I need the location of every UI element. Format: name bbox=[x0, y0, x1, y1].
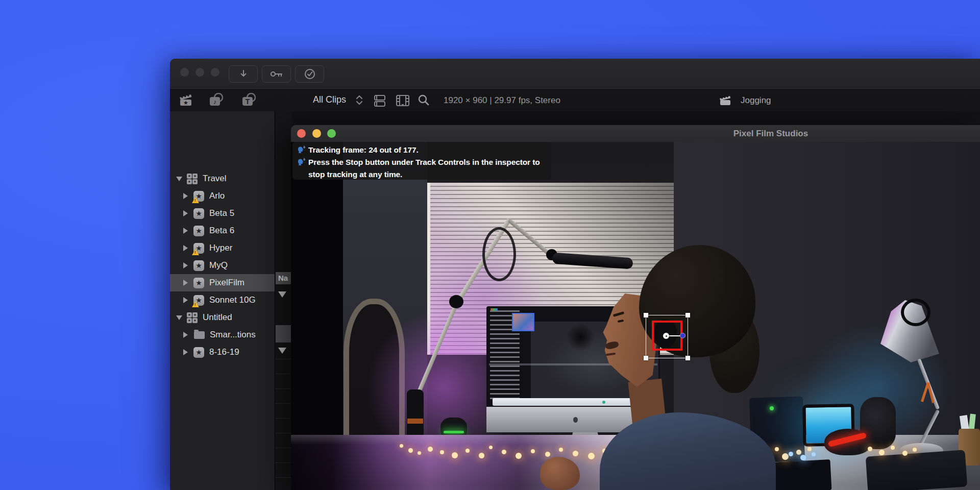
disclosure-triangle-icon[interactable] bbox=[183, 210, 188, 216]
sidebar-item-beta-6[interactable]: ★Beta 6 bbox=[170, 222, 275, 239]
sidebar-item-beta-5[interactable]: ★Beta 5 bbox=[170, 205, 275, 222]
main-titlebar[interactable] bbox=[170, 59, 980, 90]
disclosure-triangle-open-icon[interactable] bbox=[176, 177, 182, 181]
sidebar-item-myq[interactable]: ★MyQ bbox=[170, 257, 275, 274]
filmstrip-icon[interactable] bbox=[396, 94, 410, 107]
name-column-header[interactable]: Na bbox=[276, 272, 291, 284]
download-arrow-icon bbox=[238, 69, 249, 79]
search-icon[interactable] bbox=[418, 94, 430, 107]
sidebar-item-label: Beta 6 bbox=[209, 226, 234, 236]
svg-text:♪: ♪ bbox=[213, 98, 217, 106]
strip-selected-block bbox=[276, 325, 291, 342]
video-imac-thumbnail bbox=[512, 313, 534, 331]
clip-appearance-icon[interactable] bbox=[373, 94, 386, 107]
download-button[interactable] bbox=[229, 65, 258, 83]
library-icon: ★★★★ bbox=[187, 312, 198, 323]
key-button[interactable] bbox=[262, 65, 291, 83]
minimize-button-inactive[interactable] bbox=[195, 68, 204, 77]
fairy-light bbox=[573, 451, 578, 456]
viewer-window: Pixel Film Studios bbox=[291, 125, 980, 490]
disclosure-triangle-icon[interactable] bbox=[183, 332, 188, 338]
tracker-handle-nw[interactable] bbox=[644, 313, 648, 317]
warning-icon bbox=[192, 301, 199, 307]
video-bottle-label bbox=[407, 419, 423, 424]
blue-bokeh-light bbox=[789, 452, 793, 456]
disclosure-triangle-icon[interactable] bbox=[183, 228, 188, 234]
project-name-label[interactable]: Jogging bbox=[741, 95, 771, 106]
event-star-icon: ★ bbox=[193, 295, 204, 306]
disclosure-triangle-icon[interactable] bbox=[183, 349, 188, 355]
disclosure-triangle-open-icon[interactable] bbox=[176, 315, 182, 320]
fairy-light bbox=[775, 447, 779, 451]
sidebar-item-label: PixelFilm bbox=[209, 278, 244, 288]
video-boom-elbow-knob bbox=[449, 295, 463, 308]
tooltip-line-3: stop tracking at any time. bbox=[308, 169, 402, 180]
clapperboard-star-icon[interactable]: ★ bbox=[179, 93, 193, 107]
list-row-separator bbox=[275, 448, 291, 448]
close-button-inactive[interactable] bbox=[180, 68, 189, 77]
disclosure-triangle-icon[interactable] bbox=[183, 262, 188, 268]
fairy-light bbox=[902, 451, 908, 456]
project-clapper-icon bbox=[719, 94, 732, 107]
sidebar-item-arlo[interactable]: ★Arlo bbox=[170, 187, 275, 205]
tracker-rotation-handle[interactable] bbox=[680, 333, 685, 338]
tracker-handle-ne[interactable] bbox=[685, 313, 690, 317]
libraries-sidebar: ★★★★Travel★Arlo★Beta 5★Beta 6★Hyper★MyQ★… bbox=[170, 111, 275, 490]
photos-music-icon[interactable]: ♪ bbox=[209, 93, 224, 107]
sidebar-item-sonnet-10g[interactable]: ★Sonnet 10G bbox=[170, 291, 275, 309]
check-button[interactable] bbox=[295, 65, 324, 83]
desktop-background: ★ ♪ T All Clips bbox=[0, 0, 980, 490]
fairy-light bbox=[588, 453, 595, 459]
minimize-button[interactable] bbox=[312, 129, 321, 138]
sidebar-item-untitled[interactable]: ★★★★Untitled bbox=[170, 309, 275, 326]
sidebar-item-smar-tions[interactable]: Smar...tions bbox=[170, 326, 275, 344]
speaking-head-icon bbox=[297, 144, 305, 157]
viewer-window-title: Pixel Film Studios bbox=[694, 125, 847, 142]
zoom-button-inactive[interactable] bbox=[211, 68, 219, 77]
event-star-icon: ★ bbox=[193, 191, 204, 202]
fairy-light bbox=[545, 452, 550, 457]
fairy-light bbox=[502, 450, 506, 454]
sidebar-item-pixelfilm[interactable]: ★PixelFilm bbox=[170, 274, 275, 291]
tooltip-line-2: Press the Stop button under Track Contro… bbox=[308, 157, 540, 167]
all-clips-dropdown[interactable]: All Clips bbox=[313, 94, 346, 105]
titles-generators-icon[interactable]: T bbox=[241, 93, 257, 107]
sidebar-item-travel[interactable]: ★★★★Travel bbox=[170, 170, 275, 187]
video-imac-apple-logo bbox=[573, 417, 578, 423]
disclosure-triangle-icon[interactable] bbox=[183, 193, 188, 199]
tracker-line bbox=[669, 335, 681, 336]
disclosure-triangle-icon[interactable] bbox=[278, 348, 286, 354]
close-button[interactable] bbox=[297, 129, 306, 138]
zoom-button[interactable] bbox=[327, 129, 336, 138]
viewer-titlebar[interactable]: Pixel Film Studios bbox=[291, 125, 980, 142]
tracker-handle-se[interactable] bbox=[685, 356, 690, 360]
chevron-updown-icon[interactable] bbox=[356, 94, 363, 108]
fairy-light bbox=[408, 448, 413, 453]
fairy-light bbox=[782, 453, 789, 460]
event-star-icon: ★ bbox=[193, 260, 204, 271]
disclosure-triangle-icon[interactable] bbox=[183, 245, 188, 251]
sidebar-item-label: Beta 5 bbox=[209, 208, 234, 218]
warning-icon bbox=[192, 197, 199, 203]
video-imac-traffic-dots bbox=[491, 308, 498, 311]
sidebar-item-hyper[interactable]: ★Hyper bbox=[170, 239, 275, 257]
blue-bokeh-light bbox=[800, 455, 806, 460]
sidebar-item-8-16-19[interactable]: ★8-16-19 bbox=[170, 344, 275, 361]
disclosure-triangle-icon[interactable] bbox=[183, 280, 188, 286]
video-closed-laptop bbox=[866, 450, 968, 490]
video-lamp-cable bbox=[901, 299, 930, 326]
svg-text:T: T bbox=[246, 97, 250, 106]
list-row-separator bbox=[275, 359, 291, 359]
tooltip-line-1: Tracking frame: 24 out of 177. bbox=[308, 144, 419, 155]
tracker-handle-sw[interactable] bbox=[644, 356, 648, 360]
fairy-light bbox=[891, 446, 895, 450]
fairy-light bbox=[559, 448, 563, 452]
video-canvas[interactable] bbox=[291, 142, 980, 490]
tracker-center-dot bbox=[666, 335, 667, 337]
list-row-separator bbox=[275, 477, 291, 478]
fairy-light bbox=[465, 449, 470, 453]
list-row-separator bbox=[275, 403, 291, 404]
check-circle-icon bbox=[304, 68, 316, 80]
disclosure-triangle-icon[interactable] bbox=[278, 291, 286, 298]
disclosure-triangle-icon[interactable] bbox=[183, 297, 188, 303]
